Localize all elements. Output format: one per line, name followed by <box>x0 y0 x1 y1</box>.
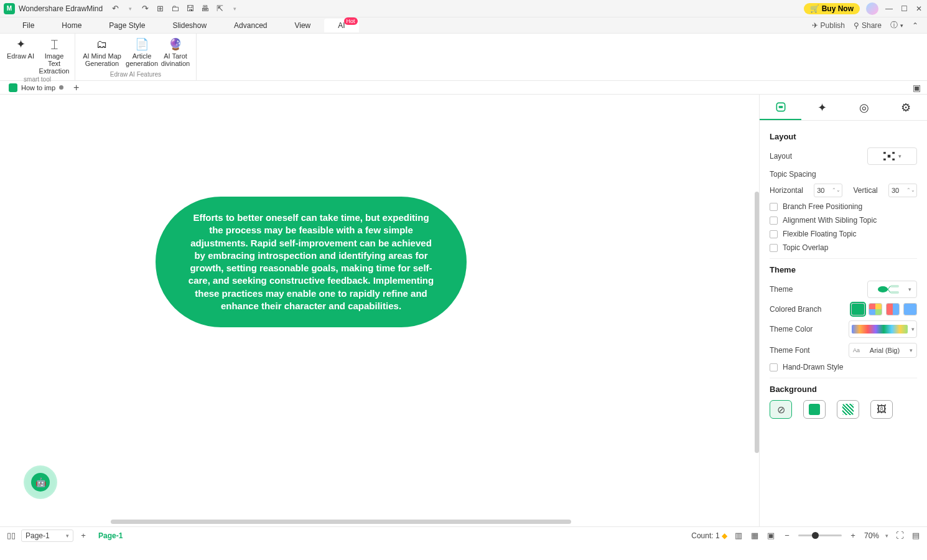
zoom-slider[interactable] <box>798 534 842 536</box>
menu-page-style[interactable]: Page Style <box>95 19 159 32</box>
theme-color-select[interactable]: ▾ <box>849 320 917 338</box>
canvas[interactable]: Efforts to better oneself can take time,… <box>0 95 759 526</box>
export-dropdown-icon[interactable]: ▾ <box>230 4 240 14</box>
view-mode-2-icon[interactable]: ▦ <box>750 531 760 541</box>
flex-floating-checkbox[interactable]: Flexible Floating Topic <box>770 230 917 238</box>
svg-rect-8 <box>890 285 899 287</box>
collapse-panel-icon[interactable]: ▤ <box>911 531 921 541</box>
app-logo-icon: M <box>4 3 15 14</box>
mindmap-ai-icon: 🗂 <box>96 37 108 51</box>
flex-floating-label: Flexible Floating Topic <box>783 230 857 238</box>
menu-ai[interactable]: AI Hot <box>324 19 358 32</box>
ribbon-group-ai-features: 🗂 AI Mind Map Generation 📄 Article gener… <box>75 34 197 80</box>
main: Efforts to better oneself can take time,… <box>0 95 927 526</box>
outline-toggle-icon[interactable]: ▯▯ <box>6 531 16 541</box>
background-section-title: Background <box>770 385 917 394</box>
layout-select[interactable]: ▾ <box>867 147 917 165</box>
bg-none-button[interactable]: ⊘ <box>770 400 792 419</box>
tab-style[interactable]: ✦ <box>801 95 843 120</box>
fit-page-icon[interactable]: ▣ <box>766 531 776 541</box>
export-icon[interactable]: ⇱ <box>215 4 225 14</box>
minimize-icon[interactable]: — <box>885 4 893 13</box>
edraw-ai-button[interactable]: ✦ Edraw AI <box>5 36 36 76</box>
print-icon[interactable]: 🖶 <box>200 4 210 14</box>
theme-select[interactable]: ▾ <box>867 281 917 298</box>
branch-swatch-3[interactable] <box>886 303 900 315</box>
horizontal-scrollbar[interactable] <box>111 520 571 524</box>
bg-image-button[interactable]: 🖼 <box>870 400 893 419</box>
ai-assistant-fab[interactable]: 🤖 <box>24 465 57 499</box>
save-icon[interactable]: 🖫 <box>185 4 195 14</box>
zoom-value[interactable]: 70% <box>864 531 879 540</box>
collapse-ribbon-icon[interactable]: ⌃ <box>912 21 918 30</box>
zoom-dropdown-icon[interactable]: ▾ <box>885 533 888 539</box>
vertical-scrollbar[interactable] <box>755 192 759 453</box>
menu-slideshow[interactable]: Slideshow <box>159 19 220 32</box>
topic-overlap-checkbox[interactable]: Topic Overlap <box>770 243 917 252</box>
branch-free-checkbox[interactable]: Branch Free Positioning <box>770 202 917 211</box>
add-tab-button[interactable]: + <box>73 82 79 93</box>
statusbar: ▯▯ Page-1 ▾ + Page-1 Count: 1 ◆ ▥ ▦ ▣ − … <box>0 526 927 544</box>
theme-font-label: Theme Font <box>770 346 810 355</box>
bg-pattern-button[interactable] <box>837 400 859 419</box>
tab-settings[interactable]: ⚙ <box>885 95 927 120</box>
menu-file[interactable]: File <box>9 19 48 32</box>
align-sibling-checkbox[interactable]: Alignment With Sibling Topic <box>770 216 917 225</box>
panel-toggle-icon[interactable]: ▣ <box>913 83 923 93</box>
maximize-icon[interactable]: ☐ <box>900 4 908 13</box>
diamond-icon: ◆ <box>722 531 727 540</box>
doc-tab[interactable]: How to imp <box>4 82 68 93</box>
add-page-button[interactable]: + <box>78 531 88 541</box>
menu-view[interactable]: View <box>281 19 324 32</box>
hand-drawn-checkbox[interactable]: Hand-Drawn Style <box>770 363 917 371</box>
tab-layout[interactable] <box>760 95 801 120</box>
chevron-down-icon: ▾ <box>66 533 69 539</box>
share-button[interactable]: ⚲ Share <box>854 21 882 30</box>
new-icon[interactable]: ⊞ <box>155 4 165 14</box>
theme-font-select[interactable]: Aa Arial (Big) ▾ <box>849 343 917 358</box>
vertical-stepper[interactable]: 30 <box>888 184 917 197</box>
fullscreen-icon[interactable]: ⛶ <box>895 531 905 541</box>
central-topic[interactable]: Efforts to better oneself can take time,… <box>156 197 467 327</box>
avatar[interactable] <box>866 2 878 15</box>
menu-advanced[interactable]: Advanced <box>220 19 281 32</box>
tab-tag[interactable]: ◎ <box>844 95 885 120</box>
page-tab[interactable]: Page-1 <box>98 531 123 540</box>
tabstrip: How to imp + ▣ <box>0 81 927 95</box>
theme-preview-icon <box>873 283 905 296</box>
horizontal-stepper[interactable]: 30 <box>814 184 842 197</box>
unsaved-dot-icon <box>59 85 63 90</box>
open-icon[interactable]: 🗀 <box>170 4 180 14</box>
redo-icon[interactable]: ↷ <box>140 4 150 14</box>
app-title: Wondershare EdrawMind <box>19 4 103 13</box>
buy-now-button[interactable]: 🛒 Buy Now <box>804 3 860 14</box>
close-icon[interactable]: ✕ <box>915 4 923 13</box>
theme-color-label: Theme Color <box>770 325 813 334</box>
bg-solid-button[interactable] <box>803 400 826 419</box>
svg-rect-9 <box>890 291 899 294</box>
branch-swatch-2[interactable] <box>869 303 882 315</box>
zoom-in-button[interactable]: + <box>848 531 858 541</box>
chevron-down-icon: ▾ <box>911 326 915 332</box>
publish-button[interactable]: ✈ Publish <box>812 21 845 30</box>
image-text-extraction-button[interactable]: ⌶ Image Text Extraction <box>39 36 70 76</box>
undo-dropdown-icon[interactable]: ▾ <box>125 4 135 14</box>
branch-swatch-1[interactable] <box>851 303 865 315</box>
zoom-out-button[interactable]: − <box>782 531 792 541</box>
branch-swatch-4[interactable] <box>903 303 917 315</box>
undo-icon[interactable]: ↶ <box>110 4 120 14</box>
view-mode-1-icon[interactable]: ▥ <box>734 531 743 541</box>
menu-home[interactable]: Home <box>48 19 95 32</box>
ai-tarot-button[interactable]: 🔮 AI Tarot divination <box>160 36 191 68</box>
page-select[interactable]: Page-1 ▾ <box>21 530 73 542</box>
ocr-icon: ⌶ <box>51 37 58 51</box>
svg-rect-6 <box>892 159 895 161</box>
publish-icon: ✈ <box>812 21 818 30</box>
svg-rect-3 <box>883 152 886 154</box>
layout-label: Layout <box>770 152 792 161</box>
help-button[interactable]: ⓘ▾ <box>890 20 903 30</box>
article-generation-button[interactable]: 📄 Article generation <box>126 36 157 68</box>
doc-tab-icon <box>9 83 17 92</box>
doc-tab-name: How to imp <box>21 84 55 91</box>
ai-mind-map-button[interactable]: 🗂 AI Mind Map Generation <box>80 36 124 68</box>
